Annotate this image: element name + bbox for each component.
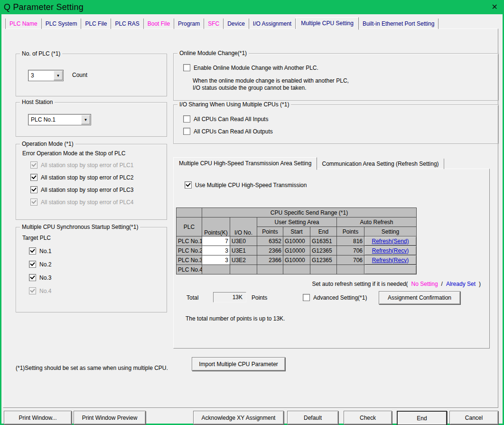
- checkbox-target-no1[interactable]: No.1: [29, 247, 51, 255]
- cell-io-no: U3E1: [230, 246, 257, 255]
- refresh-recv-button[interactable]: Refresh(Recv): [364, 255, 417, 265]
- tab-plc-ras[interactable]: PLC RAS: [111, 19, 143, 29]
- group-no-of-plc-title: No. of PLC (*1): [20, 50, 62, 57]
- checkbox-box[interactable]: [183, 115, 190, 123]
- checkbox-target-no3[interactable]: No.3: [29, 274, 51, 281]
- tab-io-assignment[interactable]: I/O Assignment: [249, 19, 296, 29]
- dialog-client-area: PLC Name PLC System PLC File PLC RAS Boo…: [1, 14, 503, 424]
- cpu-send-range-table: CPU Specific Send Range (*1) PLC Points(…: [176, 208, 417, 274]
- checkbox-advanced-setting[interactable]: Advanced Setting(*1): [303, 294, 367, 301]
- host-station-value: PLC No.1: [31, 116, 56, 123]
- transmission-area-panel: Use Multiple CPU High-Speed Transmission…: [173, 169, 490, 349]
- tab-device[interactable]: Device: [224, 19, 249, 29]
- acknowledge-xy-assignment-button[interactable]: Acknowledge XY Assignment: [193, 411, 284, 425]
- cell-plc: PLC No.2: [177, 246, 202, 255]
- cell-end: G12365: [310, 255, 337, 265]
- host-station-combobox[interactable]: PLC No.1 ▼: [28, 114, 91, 125]
- chevron-down-icon[interactable]: ▼: [81, 115, 90, 124]
- close-icon[interactable]: ✕: [492, 2, 498, 12]
- checkbox-use-high-speed-transmission[interactable]: Use Multiple CPU High-Speed Transmission: [185, 181, 307, 189]
- end-button[interactable]: End: [397, 411, 447, 425]
- checkbox-box[interactable]: [29, 261, 36, 268]
- cell-points-k-input[interactable]: 3: [202, 246, 230, 255]
- refresh-recv-button[interactable]: Refresh(Recv): [364, 246, 417, 255]
- cell-points: 6352: [257, 236, 283, 246]
- total-points-field: 13K: [213, 292, 246, 302]
- check-button[interactable]: Check: [344, 411, 392, 425]
- group-operation-mode-title: Operation Mode (*1): [20, 141, 75, 147]
- cell-plc: PLC No.1: [177, 236, 202, 246]
- checkbox-stop-error-plc2[interactable]: All station stop by stop error of PLC2: [30, 174, 133, 181]
- group-online-module-change-title: Online Module Change(*1): [177, 50, 249, 57]
- tab-multiple-cpu-setting[interactable]: Multiple CPU Setting: [296, 17, 359, 30]
- checkbox-read-all-inputs[interactable]: All CPUs Can Read All Inputs: [183, 115, 268, 123]
- print-window-preview-button[interactable]: Print Window Preview: [74, 411, 146, 425]
- cell-points-k-input[interactable]: 3: [202, 255, 230, 265]
- tab-high-speed-transmission-area[interactable]: Multiple CPU High-Speed Transmission Are…: [173, 157, 317, 170]
- cell-points-k-input[interactable]: 7: [202, 236, 230, 246]
- cell-start: G10000: [283, 236, 310, 246]
- tab-plc-system[interactable]: PLC System: [42, 19, 82, 29]
- cancel-button[interactable]: Cancel: [449, 411, 498, 425]
- checkbox-box[interactable]: [183, 64, 190, 71]
- col-header-refresh-points: Points: [337, 227, 364, 236]
- group-host-station: Host Station PLC No.1 ▼: [16, 102, 167, 137]
- checkbox-stop-error-plc4: All station stop by stop error of PLC4: [30, 198, 133, 206]
- tab-communication-area-setting[interactable]: Communication Area Setting (Refresh Sett…: [317, 159, 444, 169]
- col-header-points-k: Points(K): [202, 217, 230, 236]
- count-label: Count: [72, 72, 87, 78]
- checkbox-box[interactable]: [29, 274, 36, 281]
- footer-note: (*1)Setting should be set as same when u…: [16, 365, 168, 371]
- no-setting-label: No Setting: [411, 281, 438, 287]
- col-header-points: Points: [257, 227, 283, 236]
- table-span-header: CPU Specific Send Range (*1): [202, 208, 417, 217]
- checkbox-box[interactable]: [30, 186, 37, 193]
- checkbox-enable-online-module-change[interactable]: Enable Online Module Change with Another…: [183, 64, 318, 71]
- checkbox-stop-error-plc3[interactable]: All station stop by stop error of PLC3: [30, 186, 133, 193]
- col-header-io-no: I/O No.: [230, 217, 257, 236]
- auto-refresh-note: Set auto refresh setting if it is needed…: [312, 281, 481, 287]
- total-label: Total: [187, 294, 198, 301]
- tab-program[interactable]: Program: [174, 19, 204, 29]
- checkbox-box[interactable]: [29, 247, 36, 255]
- already-set-label: Already Set: [446, 281, 476, 287]
- cell-end: G12365: [310, 246, 337, 255]
- refresh-send-button[interactable]: Refresh(Send): [364, 236, 417, 246]
- tab-plc-name[interactable]: PLC Name: [5, 19, 42, 29]
- tab-builtin-ethernet[interactable]: Built-in Ethernet Port Setting: [359, 19, 439, 29]
- print-window-button[interactable]: Print Window...: [4, 411, 72, 425]
- assignment-confirmation-button[interactable]: Assignment Confirmation: [379, 291, 460, 304]
- cell-start: [283, 265, 310, 274]
- group-online-module-change: Online Module Change(*1) Enable Online M…: [173, 53, 499, 101]
- checkbox-box[interactable]: [183, 128, 190, 135]
- group-header-user-setting-area: User Setting Area: [257, 217, 337, 227]
- checkbox-read-all-outputs[interactable]: All CPUs Can Read All Outputs: [183, 128, 273, 135]
- tab-plc-file[interactable]: PLC File: [81, 19, 111, 29]
- online-module-note-line2: I/O status outside the group cannot be t…: [193, 85, 307, 91]
- checkbox-box: [29, 287, 36, 294]
- auto-refresh-note-suffix: ): [479, 281, 481, 287]
- checkbox-box[interactable]: [303, 294, 310, 301]
- import-multiple-cpu-parameter-button[interactable]: Import Multiple CPU Parameter: [192, 357, 285, 371]
- online-module-note-line1: When the online module change is enabled…: [193, 77, 349, 84]
- total-points-note: The total number of points is up to 13K.: [186, 315, 285, 322]
- checkbox-target-no2[interactable]: No.2: [29, 261, 51, 268]
- col-header-setting: Setting: [364, 227, 417, 236]
- default-button[interactable]: Default: [287, 411, 338, 425]
- chevron-down-icon[interactable]: ▼: [54, 71, 63, 80]
- cell-end: [310, 265, 337, 274]
- note-separator: /: [441, 281, 443, 287]
- group-sync-startup: Multiple CPU Synchronous Startup Setting…: [16, 227, 167, 312]
- col-header-start: Start: [283, 227, 310, 236]
- group-no-of-plc: No. of PLC (*1) 3 ▼ Count: [16, 54, 167, 96]
- checkbox-box[interactable]: [30, 174, 37, 181]
- cell-plc: PLC No.4: [177, 265, 202, 274]
- group-io-sharing: I/O Sharing When Using Multiple CPUs (*1…: [173, 104, 499, 144]
- target-plc-label: Target PLC: [22, 235, 51, 241]
- tab-sfc[interactable]: SFC: [204, 19, 224, 29]
- no-of-plc-combobox[interactable]: 3 ▼: [28, 70, 64, 81]
- checkbox-box[interactable]: [185, 181, 192, 189]
- q-parameter-setting-dialog: Q Parameter Setting ✕ PLC Name PLC Syste…: [0, 0, 504, 425]
- tab-boot-file[interactable]: Boot File: [144, 19, 174, 29]
- cell-start: G10000: [283, 255, 310, 265]
